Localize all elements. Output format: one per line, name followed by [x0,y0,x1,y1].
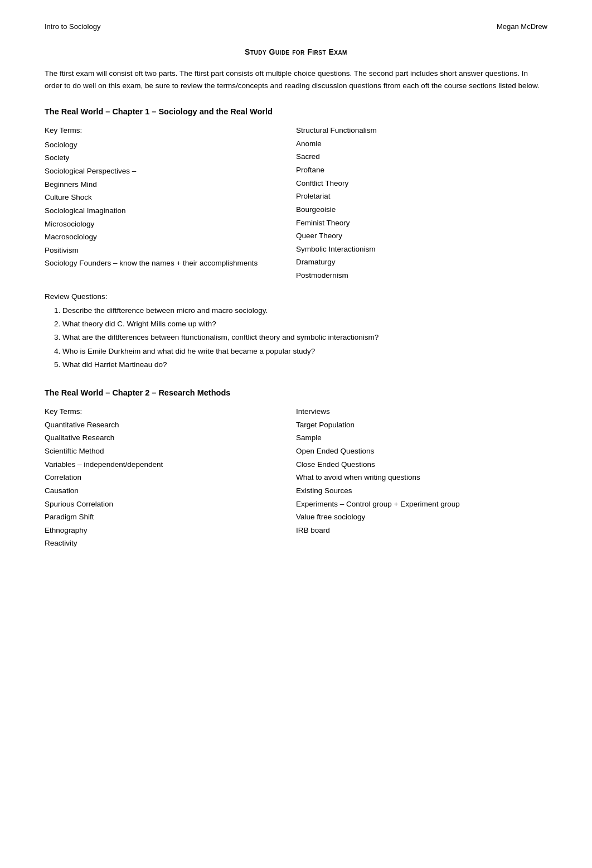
ch2-rterm-1: Target Population [296,418,547,432]
chapter1-right-col: Structural Functionalism Anomie Sacred P… [296,124,547,282]
chapter1-key-terms-label: Key Terms: [45,124,296,137]
ch1-term-8: Macrosociology [45,230,296,244]
ch2-term-9: Ethnography [45,524,296,537]
ch1-rterm-8: Queer Theory [296,229,547,243]
ch2-rterm-9: IRB board [296,524,547,537]
ch2-rterm-7: Experiments – Control group + Experiment… [296,498,547,511]
ch1-rterm-9: Symbolic Interactionism [296,243,547,256]
ch1-rterm-5: Proletariat [296,190,547,203]
ch2-term-10: Reactivity [45,537,296,550]
document-title: Study Guide for First Exam [45,47,547,56]
ch2-term-2: Qualitative Research [45,431,296,445]
ch2-term-5: Correlation [45,471,296,484]
ch2-term-3: Scientiftic Method [45,445,296,458]
ch1-term-4: Beginners Mind [45,178,296,191]
chapter1-heading: The Real World – Chapter 1 – Sociology a… [45,107,547,116]
review-questions-list: Describe the diftfterence between micro … [45,304,547,372]
review-q5: What did Harriet Martineau do? [62,358,547,372]
header-author: Megan McDrew [497,22,547,31]
chapter2-right-col: Interviews Target Population Sample Open… [296,405,547,550]
ch1-term-10: Sociology Founders – know the names + th… [45,257,296,270]
chapter1-left-col: Key Terms: Sociology Society Sociologica… [45,124,296,282]
ch1-term-3: Sociological Perspectives – [45,165,296,178]
ch1-term-7: Microsociology [45,218,296,231]
ch1-rterm-1: Anomie [296,137,547,151]
ch1-rterm-10: Dramaturgy [296,255,547,269]
header-course: Intro to Sociology [45,22,100,31]
ch2-rterm-2: Sample [296,431,547,445]
chapter2-section: The Real World – Chapter 2 – Research Me… [45,388,547,550]
ch2-term-7: Spurious Correlation [45,498,296,511]
chapter1-review-section: Review Questions: Describe the diftftere… [45,292,547,372]
review-q3: What are the diftfterences between ftunc… [62,331,547,344]
page-header: Intro to Sociology Megan McDrew [45,22,547,31]
ch1-rterm-7: Feminist Theory [296,216,547,230]
ch2-rterm-label: Interviews [296,405,547,418]
chapter2-left-col: Key Terms: Quantitative Research Qualita… [45,405,296,550]
ch1-rterm-11: Postmodernism [296,269,547,282]
review-q2: What theory did C. Wright Mills come up … [62,317,547,331]
ch1-term-2: Society [45,151,296,165]
ch2-rterm-4: Close Ended Questions [296,458,547,471]
ch1-rterm-4: Conftlict Theory [296,177,547,190]
ch1-rterm-label: Structural Functionalism [296,124,547,137]
ch2-term-1: Quantitative Research [45,418,296,432]
review-q4: Who is Emile Durkheim and what did he wr… [62,345,547,358]
ch1-rterm-3: Proftane [296,163,547,177]
intro-paragraph: The ftirst exam will consist oft two par… [45,67,547,91]
ch1-term-5: Culture Shock [45,191,296,204]
ch1-rterm-6: Bourgeoisie [296,203,547,216]
ch1-term-9: Positivism [45,244,296,257]
ch2-rterm-5: What to avoid when writing questions [296,471,547,484]
ch2-term-8: Paradigm Shift [45,510,296,524]
ch2-rterm-6: Existing Sources [296,484,547,498]
chapter2-key-terms-label: Key Terms: [45,405,296,418]
chapter1-terms: Key Terms: Sociology Society Sociologica… [45,124,547,282]
chapter2-terms: Key Terms: Quantitative Research Qualita… [45,405,547,550]
ch2-term-6: Causation [45,484,296,498]
ch2-rterm-3: Open Ended Questions [296,445,547,458]
chapter2-heading: The Real World – Chapter 2 – Research Me… [45,388,547,397]
review-label: Review Questions: [45,292,547,301]
ch1-term-1: Sociology [45,138,296,152]
review-q1: Describe the diftfterence between micro … [62,304,547,317]
ch1-rterm-2: Sacred [296,150,547,163]
ch2-rterm-8: Value ftree sociology [296,510,547,524]
ch2-term-4: Variables – independent/dependent [45,458,296,471]
ch1-term-6: Sociological Imagination [45,204,296,218]
